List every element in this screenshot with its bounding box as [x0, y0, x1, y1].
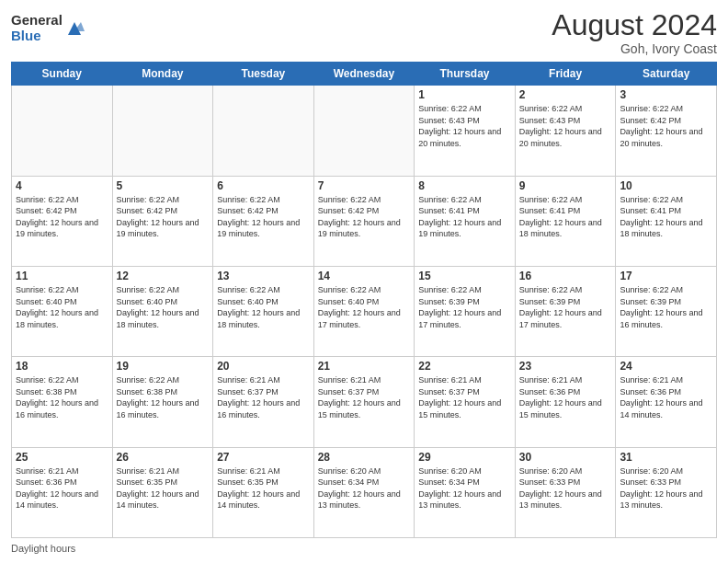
day-info: Sunrise: 6:22 AM Sunset: 6:41 PM Dayligh… [519, 194, 612, 240]
day-number: 23 [519, 360, 612, 373]
table-row: 2Sunrise: 6:22 AM Sunset: 6:43 PM Daylig… [515, 86, 616, 176]
day-info: Sunrise: 6:22 AM Sunset: 6:42 PM Dayligh… [16, 194, 108, 240]
table-row: 12Sunrise: 6:22 AM Sunset: 6:40 PM Dayli… [112, 266, 213, 356]
table-row: 27Sunrise: 6:21 AM Sunset: 6:35 PM Dayli… [213, 447, 314, 537]
table-row: 25Sunrise: 6:21 AM Sunset: 6:36 PM Dayli… [12, 447, 113, 537]
day-number: 31 [620, 451, 712, 464]
day-number: 16 [519, 270, 612, 282]
table-row: 19Sunrise: 6:22 AM Sunset: 6:38 PM Dayli… [112, 357, 213, 447]
day-info: Sunrise: 6:22 AM Sunset: 6:39 PM Dayligh… [418, 284, 511, 330]
table-row: 23Sunrise: 6:21 AM Sunset: 6:36 PM Dayli… [515, 357, 616, 447]
table-row: 24Sunrise: 6:21 AM Sunset: 6:36 PM Dayli… [616, 357, 717, 447]
day-number: 12 [117, 270, 210, 282]
day-info: Sunrise: 6:22 AM Sunset: 6:40 PM Dayligh… [117, 284, 210, 330]
day-info: Sunrise: 6:20 AM Sunset: 6:34 PM Dayligh… [418, 465, 511, 511]
day-info: Sunrise: 6:20 AM Sunset: 6:33 PM Dayligh… [620, 465, 712, 511]
day-number: 6 [217, 179, 310, 192]
day-number: 26 [117, 451, 210, 464]
day-number: 25 [16, 451, 108, 464]
day-number: 2 [519, 88, 612, 101]
day-number: 10 [620, 179, 712, 192]
table-row: 15Sunrise: 6:22 AM Sunset: 6:39 PM Dayli… [415, 266, 516, 356]
calendar-table: Sunday Monday Tuesday Wednesday Thursday… [11, 62, 717, 538]
col-thursday: Thursday [415, 63, 516, 86]
table-row: 13Sunrise: 6:22 AM Sunset: 6:40 PM Dayli… [213, 266, 314, 356]
day-info: Sunrise: 6:21 AM Sunset: 6:36 PM Dayligh… [519, 374, 612, 420]
calendar-week-row: 25Sunrise: 6:21 AM Sunset: 6:36 PM Dayli… [12, 447, 717, 537]
table-row: 28Sunrise: 6:20 AM Sunset: 6:34 PM Dayli… [313, 447, 415, 537]
day-number: 11 [16, 270, 108, 282]
day-info: Sunrise: 6:22 AM Sunset: 6:42 PM Dayligh… [217, 194, 310, 240]
table-row: 22Sunrise: 6:21 AM Sunset: 6:37 PM Dayli… [415, 357, 516, 447]
col-saturday: Saturday [616, 63, 717, 86]
table-row [213, 86, 314, 176]
title-block: August 2024 Goh, Ivory Coast [552, 9, 717, 56]
day-info: Sunrise: 6:22 AM Sunset: 6:43 PM Dayligh… [519, 103, 612, 149]
footer: Daylight hours [11, 543, 717, 554]
col-wednesday: Wednesday [313, 63, 415, 86]
day-number: 7 [318, 179, 411, 192]
day-info: Sunrise: 6:21 AM Sunset: 6:35 PM Dayligh… [117, 465, 210, 511]
logo: General Blue [11, 13, 85, 43]
calendar-week-row: 1Sunrise: 6:22 AM Sunset: 6:43 PM Daylig… [12, 86, 717, 176]
day-info: Sunrise: 6:21 AM Sunset: 6:37 PM Dayligh… [418, 374, 511, 420]
day-number: 1 [418, 88, 511, 101]
table-row: 21Sunrise: 6:21 AM Sunset: 6:37 PM Dayli… [313, 357, 415, 447]
day-info: Sunrise: 6:21 AM Sunset: 6:37 PM Dayligh… [318, 374, 411, 420]
logo-general: General [11, 13, 63, 29]
col-sunday: Sunday [12, 63, 113, 86]
table-row: 8Sunrise: 6:22 AM Sunset: 6:41 PM Daylig… [415, 176, 516, 266]
day-number: 30 [519, 451, 612, 464]
day-info: Sunrise: 6:21 AM Sunset: 6:36 PM Dayligh… [620, 374, 712, 420]
day-number: 24 [620, 360, 712, 373]
col-friday: Friday [515, 63, 616, 86]
col-monday: Monday [112, 63, 213, 86]
page: General Blue August 2024 Goh, Ivory Coas… [0, 0, 728, 563]
day-info: Sunrise: 6:20 AM Sunset: 6:33 PM Dayligh… [519, 465, 612, 511]
logo-blue: Blue [11, 29, 63, 44]
day-info: Sunrise: 6:22 AM Sunset: 6:40 PM Dayligh… [16, 284, 108, 330]
table-row: 9Sunrise: 6:22 AM Sunset: 6:41 PM Daylig… [515, 176, 616, 266]
calendar-week-row: 4Sunrise: 6:22 AM Sunset: 6:42 PM Daylig… [12, 176, 717, 266]
table-row: 31Sunrise: 6:20 AM Sunset: 6:33 PM Dayli… [616, 447, 717, 537]
table-row: 17Sunrise: 6:22 AM Sunset: 6:39 PM Dayli… [616, 266, 717, 356]
day-number: 15 [418, 270, 511, 282]
day-number: 21 [318, 360, 411, 373]
calendar-header-row: Sunday Monday Tuesday Wednesday Thursday… [12, 63, 717, 86]
day-info: Sunrise: 6:22 AM Sunset: 6:41 PM Dayligh… [418, 194, 511, 240]
daylight-label: Daylight hours [11, 543, 75, 554]
day-number: 29 [418, 451, 511, 464]
table-row: 30Sunrise: 6:20 AM Sunset: 6:33 PM Dayli… [515, 447, 616, 537]
table-row: 16Sunrise: 6:22 AM Sunset: 6:39 PM Dayli… [515, 266, 616, 356]
day-number: 14 [318, 270, 411, 282]
table-row: 20Sunrise: 6:21 AM Sunset: 6:37 PM Dayli… [213, 357, 314, 447]
table-row: 3Sunrise: 6:22 AM Sunset: 6:42 PM Daylig… [616, 86, 717, 176]
day-number: 19 [117, 360, 210, 373]
day-number: 27 [217, 451, 310, 464]
location: Goh, Ivory Coast [552, 41, 717, 56]
table-row: 5Sunrise: 6:22 AM Sunset: 6:42 PM Daylig… [112, 176, 213, 266]
day-number: 3 [620, 88, 712, 101]
table-row [12, 86, 113, 176]
day-info: Sunrise: 6:22 AM Sunset: 6:39 PM Dayligh… [620, 284, 712, 330]
table-row: 29Sunrise: 6:20 AM Sunset: 6:34 PM Dayli… [415, 447, 516, 537]
table-row: 10Sunrise: 6:22 AM Sunset: 6:41 PM Dayli… [616, 176, 717, 266]
day-number: 13 [217, 270, 310, 282]
day-number: 8 [418, 179, 511, 192]
day-info: Sunrise: 6:22 AM Sunset: 6:40 PM Dayligh… [318, 284, 411, 330]
day-info: Sunrise: 6:21 AM Sunset: 6:36 PM Dayligh… [16, 465, 108, 511]
table-row [112, 86, 213, 176]
table-row: 7Sunrise: 6:22 AM Sunset: 6:42 PM Daylig… [313, 176, 415, 266]
day-info: Sunrise: 6:22 AM Sunset: 6:40 PM Dayligh… [217, 284, 310, 330]
logo-icon [64, 18, 85, 39]
day-number: 9 [519, 179, 612, 192]
day-info: Sunrise: 6:22 AM Sunset: 6:41 PM Dayligh… [620, 194, 712, 240]
calendar-week-row: 11Sunrise: 6:22 AM Sunset: 6:40 PM Dayli… [12, 266, 717, 356]
day-info: Sunrise: 6:21 AM Sunset: 6:35 PM Dayligh… [217, 465, 310, 511]
day-info: Sunrise: 6:22 AM Sunset: 6:42 PM Dayligh… [620, 103, 712, 149]
table-row: 11Sunrise: 6:22 AM Sunset: 6:40 PM Dayli… [12, 266, 113, 356]
day-number: 17 [620, 270, 712, 282]
day-number: 4 [16, 179, 108, 192]
day-number: 28 [318, 451, 411, 464]
calendar-week-row: 18Sunrise: 6:22 AM Sunset: 6:38 PM Dayli… [12, 357, 717, 447]
